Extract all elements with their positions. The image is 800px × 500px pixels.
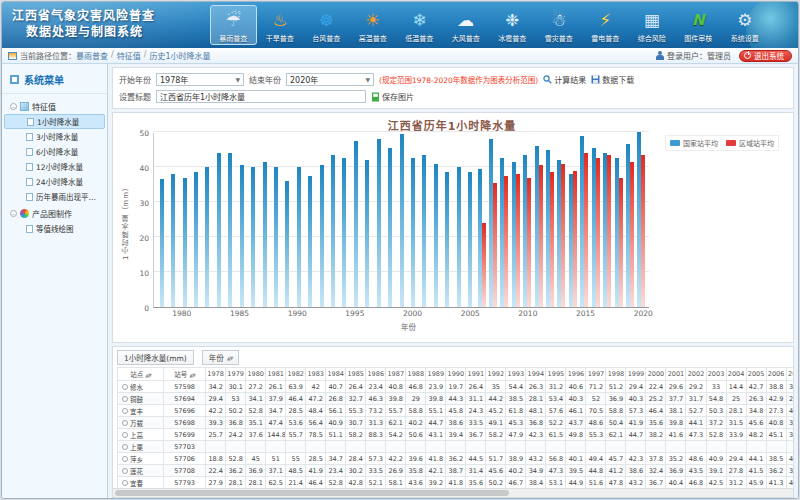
nav-item-7[interactable]: ❉冰雹普查 [489,5,536,45]
year-column-header[interactable]: 2000 [646,368,666,381]
year-column-header[interactable]: 2002 [686,368,706,381]
year-column-header[interactable]: 1981 [266,368,286,381]
year-column-header[interactable]: 2006 [766,368,786,381]
value-cell: 40.7 [326,381,346,393]
year-column-header[interactable]: 1988 [406,368,426,381]
sidebar-item-历年暴雨出现平均雨量[interactable]: 历年暴雨出现平均雨量 [4,189,105,204]
year-column-header[interactable]: 1998 [606,368,626,381]
column-header-站号[interactable]: 站号 ▲▼ [164,368,206,381]
breadcrumb-item[interactable]: 特征值 [117,50,141,61]
row-radio-button[interactable] [122,468,128,474]
nav-item-8[interactable]: ☃雪灾普查 [536,5,583,45]
year-column-header[interactable]: 1992 [486,368,506,381]
year-sort-box[interactable]: 年份 ▲▼ [202,350,240,365]
nav-item-5[interactable]: ❄低温普查 [396,5,443,45]
sidebar-item-6小时降水量[interactable]: 6小时降水量 [4,144,105,159]
chart-title-input[interactable] [156,90,366,103]
year-column-header[interactable]: 2001 [666,368,686,381]
national-avg-bar-2002 [434,164,438,308]
sidebar-item-24小时降水量[interactable]: 24小时降水量 [4,174,105,189]
regional-avg-bar-2008 [504,176,508,307]
year-column-header[interactable]: 1991 [466,368,486,381]
year-column-header[interactable]: 1984 [326,368,346,381]
legend-item[interactable]: 区域站平均 [726,138,774,148]
value-cell: 28.1 [226,477,246,489]
tree-node-产品图制作[interactable]: –产品图制作 [4,206,105,221]
value-cell: 43.7 [566,417,586,429]
year-column-header[interactable]: 1982 [286,368,306,381]
value-cell: 41.2 [606,465,626,477]
value-cell: 46.3 [366,393,386,405]
nav-item-3[interactable]: ☸台风普查 [303,5,350,45]
year-column-header[interactable]: 1996 [566,368,586,381]
nav-item-4[interactable]: ☀高温普查 [350,5,397,45]
year-column-header[interactable]: 1999 [626,368,646,381]
nav-item-10[interactable]: ▦综合风险 [629,5,676,45]
calculate-button[interactable]: 计算结果 [543,74,586,85]
scrollbar-thumb[interactable] [115,490,509,496]
tree-expander-icon[interactable]: – [10,210,17,217]
measure-filter-box[interactable]: 1小时降水量(mm) [117,350,194,365]
value-cell [706,441,726,453]
nav-item-1[interactable]: ☔暴雨普查 [210,5,257,45]
value-cell: 41.8 [446,477,466,489]
breadcrumb-separator: / [144,50,147,61]
breadcrumb-item[interactable]: 历史1小时降水量 [149,50,210,61]
drought-icon: ♨ [268,8,292,32]
sidebar-item-3小时降水量[interactable]: 3小时降水量 [4,129,105,144]
year-column-header[interactable]: 1978 [206,368,226,381]
sidebar-item-等值线绘图[interactable]: 等值线绘图 [4,221,105,236]
column-header-站点[interactable]: 站点 ▲▼ [118,368,164,381]
year-column-header[interactable]: 2005 [746,368,766,381]
nav-item-11[interactable]: N图件审核 [675,5,722,45]
download-button[interactable]: 数据下载 [591,74,634,85]
sidebar-item-12小时降水量[interactable]: 12小时降水量 [4,159,105,174]
nav-item-6[interactable]: ☁大风普查 [443,5,490,45]
sidebar-item-1小时降水量[interactable]: 1小时降水量 [4,114,105,129]
horizontal-scrollbar[interactable] [113,488,793,497]
year-column-header[interactable]: 2007 [786,368,794,381]
nav-item-12[interactable]: ⚙系统设置 [722,5,769,45]
value-cell: 47.4 [266,417,286,429]
nav-item-9[interactable]: ⚡雷电普查 [582,5,629,45]
year-column-header[interactable]: 1993 [506,368,526,381]
value-cell: 46.4 [286,393,306,405]
row-radio-button[interactable] [122,384,128,390]
station-name: 宜春 [130,478,143,488]
tree-node-特征值[interactable]: –特征值 [4,99,105,114]
year-column-header[interactable]: 1985 [346,368,366,381]
row-radio-button[interactable] [122,396,128,402]
year-column-header[interactable]: 1979 [226,368,246,381]
logout-button[interactable]: 退出系统 [739,50,792,62]
x-tick-label: 2000 [403,309,422,318]
value-cell: 47.9 [506,429,526,441]
breadcrumb-item[interactable]: 暴雨普查 [76,50,108,61]
nav-item-2[interactable]: ♨干旱普查 [257,5,304,45]
row-radio-button[interactable] [122,480,128,486]
year-column-header[interactable]: 1995 [546,368,566,381]
year-column-header[interactable]: 1994 [526,368,546,381]
year-column-header[interactable]: 2003 [706,368,726,381]
end-year-select[interactable]: 2020年▼ [286,73,374,86]
year-column-header[interactable]: 1987 [386,368,406,381]
row-radio-button[interactable] [122,408,128,414]
start-year-select[interactable]: 1978年▼ [156,73,244,86]
value-cell: 21.4 [286,477,306,489]
bar-group-1990 [293,133,304,307]
row-radio-button[interactable] [122,420,128,426]
row-radio-button[interactable] [122,444,128,450]
year-column-header[interactable]: 1980 [246,368,266,381]
row-radio-button[interactable] [122,456,128,462]
year-column-header[interactable]: 1990 [446,368,466,381]
year-column-header[interactable]: 1997 [586,368,606,381]
row-radio-button[interactable] [122,432,128,438]
year-column-header[interactable]: 1983 [306,368,326,381]
year-column-header[interactable]: 2004 [726,368,746,381]
regional-avg-bar-2006 [482,223,486,307]
year-column-header[interactable]: 1989 [426,368,446,381]
save-image-button[interactable]: 保存图片 [371,91,414,102]
tree-expander-icon[interactable]: – [10,103,17,110]
year-column-header[interactable]: 1986 [366,368,386,381]
value-cell: 56.4 [306,417,326,429]
legend-item[interactable]: 国家站平均 [670,138,718,148]
